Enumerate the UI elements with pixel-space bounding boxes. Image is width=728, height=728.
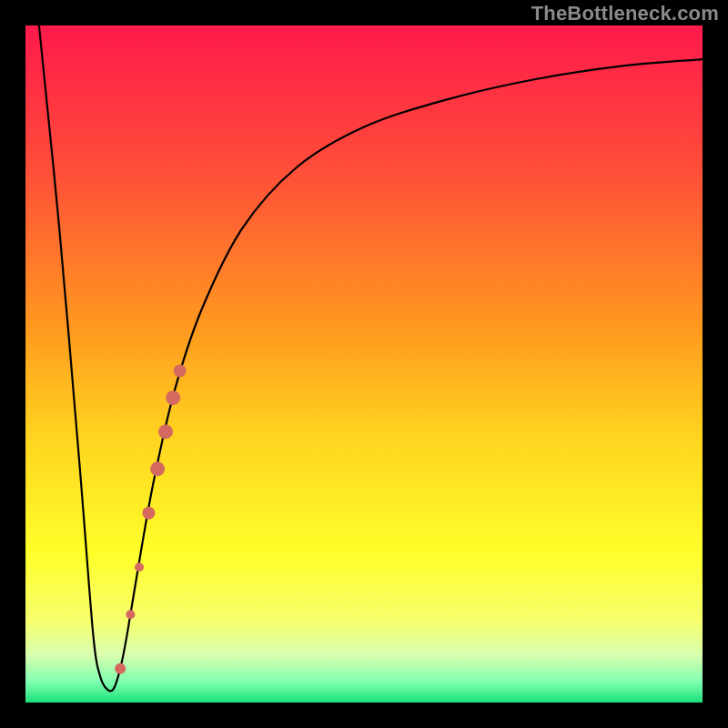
- marker-dot: [150, 461, 165, 476]
- marker-dot: [158, 424, 173, 439]
- chart-frame: [25, 25, 703, 703]
- marker-dot: [115, 663, 126, 674]
- marker-dot: [174, 364, 187, 377]
- bottleneck-curve: [39, 25, 703, 691]
- plot-area: [25, 25, 703, 703]
- watermark-text: TheBottleneck.com: [531, 2, 719, 25]
- chart-svg: [25, 25, 703, 703]
- markers-group: [115, 364, 186, 673]
- marker-dot: [142, 507, 155, 520]
- marker-dot: [135, 562, 144, 571]
- marker-dot: [126, 610, 135, 619]
- marker-dot: [166, 390, 180, 405]
